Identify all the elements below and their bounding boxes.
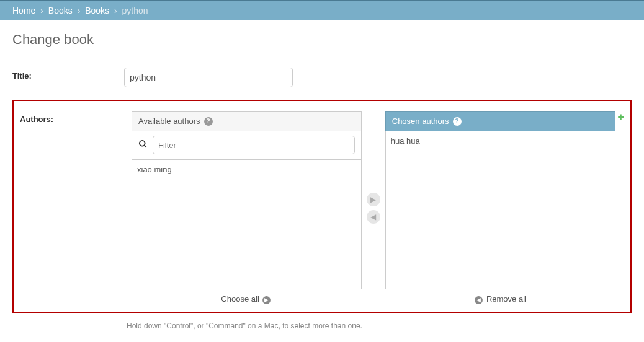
breadcrumb-current: python	[122, 6, 148, 15]
breadcrumb-sep: ›	[40, 6, 43, 15]
chosen-header: Chosen authors ?	[385, 111, 615, 131]
plus-icon: +	[617, 111, 624, 124]
available-list[interactable]: xiao ming	[132, 159, 362, 289]
authors-label: Authors:	[20, 111, 132, 124]
chosen-column: Chosen authors ? hua hua ◀ Remove all	[385, 111, 615, 305]
remove-all-button[interactable]: ◀ Remove all	[385, 289, 615, 305]
breadcrumb: Home › Books › Books › python	[0, 0, 644, 20]
transfer-buttons: ▶ ◀	[365, 111, 382, 305]
chosen-list[interactable]: hua hua	[385, 131, 615, 289]
filter-input[interactable]	[153, 136, 355, 154]
title-label: Title:	[12, 68, 124, 81]
page-title: Change book	[12, 32, 632, 48]
arrow-left-icon: ◀	[370, 213, 376, 221]
chosen-header-label: Chosen authors	[392, 116, 449, 126]
breadcrumb-model[interactable]: Books	[85, 6, 109, 15]
breadcrumb-app[interactable]: Books	[48, 6, 73, 15]
choose-all-label: Choose all	[221, 294, 259, 304]
list-item[interactable]: xiao ming	[137, 164, 356, 175]
choose-all-button[interactable]: Choose all ▶	[132, 289, 362, 305]
breadcrumb-sep: ›	[114, 6, 117, 15]
filter-row	[132, 131, 362, 159]
available-header: Available authors ?	[132, 111, 362, 131]
help-icon[interactable]: ?	[204, 117, 213, 126]
available-column: Available authors ? xiao ming	[132, 111, 362, 305]
authors-section: Authors: Available authors ?	[12, 100, 632, 313]
svg-point-0	[140, 141, 145, 146]
svg-line-1	[144, 145, 146, 147]
help-icon[interactable]: ?	[453, 117, 462, 126]
move-left-button[interactable]: ◀	[367, 210, 380, 224]
arrow-right-icon: ▶	[370, 195, 376, 204]
add-related-button[interactable]: +	[617, 111, 624, 124]
breadcrumb-sep: ›	[78, 6, 81, 15]
move-right-button[interactable]: ▶	[367, 193, 380, 206]
available-header-label: Available authors	[138, 116, 200, 126]
field-title-row: Title:	[12, 65, 632, 90]
remove-all-label: Remove all	[486, 294, 527, 304]
search-icon	[138, 139, 148, 151]
list-item[interactable]: hua hua	[391, 135, 610, 147]
breadcrumb-home[interactable]: Home	[12, 6, 35, 15]
title-input[interactable]	[124, 68, 293, 87]
arrow-left-icon: ◀	[475, 296, 483, 304]
arrow-right-icon: ▶	[262, 296, 271, 304]
authors-help-text: Hold down "Control", or "Command" on a M…	[127, 322, 632, 330]
